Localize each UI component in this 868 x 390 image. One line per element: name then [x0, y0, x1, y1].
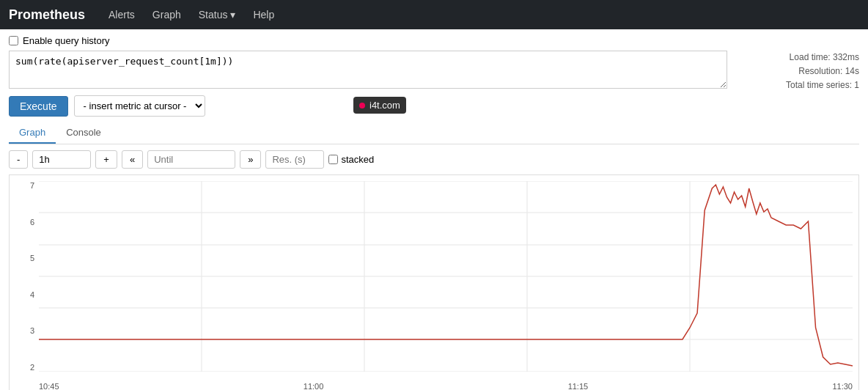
nav-status-label: Status: [199, 9, 228, 21]
y-label-7: 7: [30, 181, 34, 190]
stacked-checkbox[interactable]: [328, 155, 338, 164]
query-input[interactable]: sum(rate(apiserver_request_count[1m])): [9, 51, 727, 89]
nav-item-alerts[interactable]: Alerts: [100, 1, 144, 28]
query-history-label: Enable query history: [23, 35, 110, 46]
tooltip-badge: i4t.com: [353, 97, 406, 114]
navbar-brand[interactable]: Prometheus: [9, 7, 85, 23]
graph-controls: - + « » stacked: [9, 150, 859, 169]
x-label-1100: 11:00: [304, 382, 324, 390]
resolution: Resolution: 14s: [786, 65, 859, 78]
zoom-in-button[interactable]: +: [95, 150, 117, 169]
y-label-6: 6: [30, 218, 34, 227]
forward-button[interactable]: »: [240, 150, 261, 169]
load-time: Load time: 332ms: [786, 51, 859, 65]
chart-svg: [39, 181, 853, 372]
y-label-4: 4: [30, 290, 34, 299]
stacked-label[interactable]: stacked: [328, 154, 374, 165]
x-label-1130: 11:30: [832, 382, 853, 390]
nav-item-graph[interactable]: Graph: [144, 1, 190, 28]
back-button[interactable]: «: [122, 150, 143, 169]
tab-console[interactable]: Console: [56, 122, 111, 144]
y-label-2: 2: [30, 363, 34, 372]
metric-select[interactable]: - insert metric at cursor -: [74, 95, 205, 117]
y-label-3: 3: [30, 326, 34, 335]
time-range-input[interactable]: [32, 150, 91, 169]
x-label-1115: 11:15: [568, 382, 589, 390]
y-axis: 7 6 5 4 3 2: [10, 181, 37, 372]
query-area: sum(rate(apiserver_request_count[1m])) L…: [9, 51, 859, 91]
until-input[interactable]: [147, 150, 235, 169]
resolution-input[interactable]: [265, 150, 324, 169]
tooltip-site: i4t.com: [369, 100, 400, 111]
chevron-down-icon: ▾: [230, 9, 235, 21]
info-box: Load time: 332ms Resolution: 14s Total t…: [786, 51, 859, 93]
toolbar-row: Execute - insert metric at cursor - i4t.…: [9, 95, 859, 117]
chart-inner: [39, 181, 853, 372]
execute-button[interactable]: Execute: [9, 96, 68, 117]
tab-graph[interactable]: Graph: [9, 122, 56, 144]
tooltip-dot-icon: [359, 103, 365, 108]
y-label-5: 5: [30, 254, 34, 262]
nav-item-status[interactable]: Status ▾: [190, 1, 245, 28]
main-content: Enable query history sum(rate(apiserver_…: [0, 29, 868, 390]
query-history-row: Enable query history: [9, 35, 859, 46]
zoom-out-button[interactable]: -: [9, 150, 28, 169]
x-axis: 10:45 11:00 11:15 11:30: [39, 382, 853, 390]
stacked-text: stacked: [341, 154, 374, 165]
total-time-series: Total time series: 1: [786, 78, 859, 92]
chart-container: 7 6 5 4 3 2: [9, 174, 859, 390]
x-label-1045: 10:45: [39, 382, 59, 390]
nav-item-help[interactable]: Help: [244, 1, 283, 28]
navbar: Prometheus Alerts Graph Status ▾ Help: [0, 0, 868, 29]
query-history-checkbox[interactable]: [9, 36, 18, 45]
tabs-row: Graph Console: [9, 122, 859, 144]
